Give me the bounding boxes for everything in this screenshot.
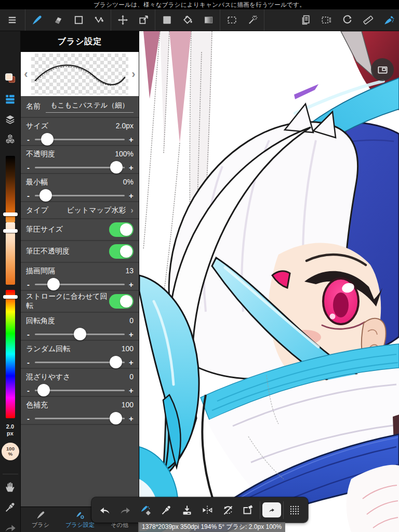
color-refill-row: 色補充100 -+	[21, 397, 139, 425]
brush-eraser-toggle-button[interactable]	[136, 497, 156, 523]
navigator-window-button[interactable]	[371, 58, 394, 81]
color-refill-slider[interactable]	[35, 418, 125, 419]
hand-tool-icon[interactable]	[0, 477, 20, 496]
slider-knob[interactable]	[39, 189, 52, 202]
select-tool-group	[221, 9, 263, 31]
clear-button[interactable]	[238, 497, 259, 523]
canvas-area[interactable]	[139, 31, 399, 532]
magic-wand-tool-icon[interactable]	[242, 9, 263, 31]
undo-button[interactable]	[95, 497, 115, 523]
current-color-opacity-circle[interactable]: 100 %	[2, 443, 19, 460]
slider-value: 0	[129, 373, 134, 382]
pressure-size-toggle[interactable]	[109, 222, 134, 237]
polyline-pen-tool-icon[interactable]	[89, 9, 110, 31]
brush-name-value[interactable]: もこもこパステル（細）	[46, 101, 134, 113]
rotate-with-stroke-row: ストロークに合わせて回転	[21, 291, 139, 313]
gradient-tool-icon[interactable]	[198, 9, 219, 31]
minus-button[interactable]: -	[26, 191, 31, 200]
rotate-canvas-icon[interactable]	[337, 9, 357, 31]
plus-button[interactable]: +	[129, 135, 134, 144]
random-rotation-slider[interactable]	[35, 362, 125, 363]
slider-label: 描画間隔	[26, 267, 55, 276]
quick-arrow-button[interactable]	[261, 497, 282, 523]
tab-brush[interactable]: ブラシ	[21, 507, 60, 532]
min-width-slider[interactable]	[35, 195, 125, 196]
brush-icon	[36, 510, 46, 520]
slider-value: 100	[122, 344, 134, 354]
draw-interval-slider[interactable]	[35, 284, 125, 285]
opacity-row: 不透明度100% -+	[21, 146, 139, 174]
size-slider[interactable]	[35, 139, 125, 140]
plus-button[interactable]: +	[129, 386, 134, 395]
rotation-angle-slider[interactable]	[35, 334, 125, 335]
brush-list-icon[interactable]	[0, 89, 20, 108]
eyedropper-icon[interactable]	[0, 498, 20, 516]
next-brush-arrow[interactable]: ›	[128, 68, 139, 81]
shape-rectangle-tool-icon[interactable]	[68, 9, 89, 31]
type-value: ビットマップ水彩	[66, 206, 126, 215]
value-slider-handle[interactable]	[3, 212, 18, 216]
slider-value: 100	[122, 401, 134, 410]
materials-icon[interactable]	[0, 130, 20, 149]
move-tool-icon[interactable]	[112, 9, 133, 31]
plus-button[interactable]: +	[129, 358, 134, 367]
eraser-tool-icon[interactable]	[47, 9, 68, 31]
hue-slider-handle[interactable]	[3, 295, 18, 299]
brush-gear-icon	[75, 510, 85, 520]
color-swatches-icon[interactable]	[0, 69, 20, 87]
eyedropper-button[interactable]	[156, 497, 177, 523]
hue-slider-bar[interactable]	[6, 290, 15, 418]
plus-button[interactable]: +	[129, 280, 134, 289]
mixing-row: 混ざりやすさ0 -+	[21, 369, 139, 397]
plus-button[interactable]: +	[129, 163, 134, 172]
pressure-opacity-toggle[interactable]	[109, 244, 134, 259]
redo-icon[interactable]	[0, 518, 20, 532]
brush-type-row[interactable]: タイプ ビットマップ水彩›	[21, 202, 139, 219]
slider-knob[interactable]	[74, 328, 86, 340]
layers-icon[interactable]	[0, 110, 20, 129]
select-tool-icon[interactable]	[221, 9, 242, 31]
minus-button[interactable]: -	[26, 280, 31, 289]
slider-knob[interactable]	[110, 161, 123, 174]
brush-name-row: 名前 もこもこパステル（細）	[21, 96, 139, 118]
minus-button[interactable]: -	[26, 386, 31, 395]
select-menu-icon[interactable]	[316, 9, 337, 31]
slider-knob[interactable]	[41, 133, 54, 145]
toggle-label: ストロークに合わせて回転	[26, 292, 109, 311]
rotate-with-stroke-toggle[interactable]	[109, 294, 134, 309]
brush-tool-icon[interactable]	[26, 9, 47, 31]
minus-button[interactable]: -	[26, 163, 31, 172]
fill-rectangle-tool-icon[interactable]	[156, 9, 177, 31]
opacity-slider[interactable]	[35, 167, 125, 168]
artwork-illustration	[139, 31, 399, 532]
slider-knob[interactable]	[110, 356, 122, 368]
redo-button[interactable]	[115, 497, 136, 523]
brush-stroke-sample	[31, 54, 128, 95]
fill-tool-group	[156, 9, 219, 31]
plus-button[interactable]: +	[129, 414, 134, 423]
save-button[interactable]	[177, 497, 197, 523]
slider-knob[interactable]	[37, 384, 50, 396]
saturation-slider-handle[interactable]	[3, 229, 18, 233]
mixing-slider[interactable]	[35, 390, 125, 391]
reset-rotation-button[interactable]	[218, 497, 238, 523]
minus-button[interactable]: -	[26, 358, 31, 367]
plus-button[interactable]: +	[129, 330, 134, 339]
paint-bucket-tool-icon[interactable]	[177, 9, 198, 31]
slider-knob[interactable]	[110, 412, 122, 424]
transform-tool-icon[interactable]	[133, 9, 154, 31]
flip-horizontal-button[interactable]	[197, 497, 218, 523]
panel-pages-icon[interactable]	[295, 9, 316, 31]
menu-icon[interactable]	[0, 9, 24, 31]
size-row: サイズ2.0px -+	[21, 118, 139, 146]
airbrush-tool-icon[interactable]	[378, 9, 399, 31]
slider-label: 不透明度	[26, 150, 55, 159]
slider-knob[interactable]	[47, 278, 60, 290]
minus-button[interactable]: -	[26, 330, 31, 339]
minus-button[interactable]: -	[26, 135, 31, 144]
prev-brush-arrow[interactable]: ‹	[21, 68, 31, 81]
ruler-icon[interactable]	[357, 9, 378, 31]
plus-button[interactable]: +	[129, 191, 134, 200]
drag-handle[interactable]	[285, 497, 305, 523]
minus-button[interactable]: -	[26, 414, 31, 423]
